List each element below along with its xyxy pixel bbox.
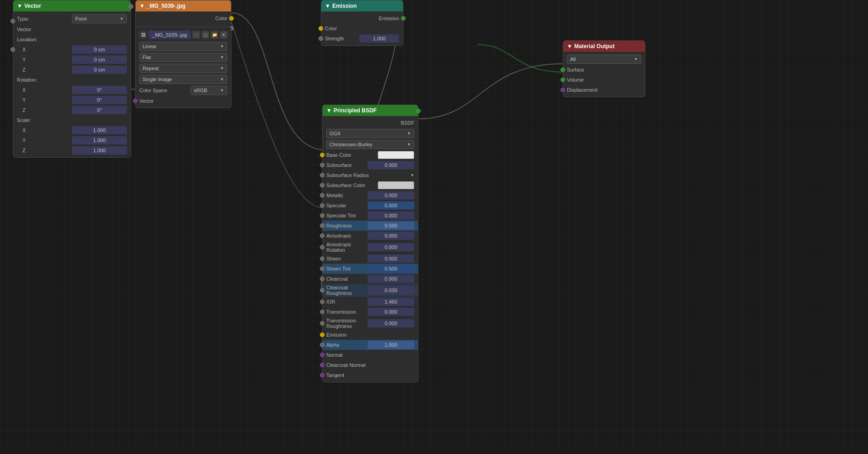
christensen-dropdown[interactable]: Christensen-Burley ▼ [326, 140, 414, 149]
vector-node: ▼ Vector Type: Point ▼ Vector Location: … [13, 0, 131, 158]
emission-strength-socket[interactable] [319, 36, 323, 41]
emission-collapse[interactable]: ▼ [325, 3, 330, 9]
volume-socket[interactable] [560, 78, 565, 82]
loc-y-value[interactable]: 0 cm [72, 55, 127, 64]
subsurface-color-label: Subsurface Color [326, 183, 378, 188]
roughness-row: Roughness 0.500 [323, 221, 418, 231]
linear-dropdown[interactable]: Linear ▼ [139, 42, 227, 51]
copy-icon[interactable]: ◻ [202, 31, 209, 39]
clearcoat-normal-socket[interactable] [320, 363, 324, 367]
emission-output-socket[interactable] [401, 16, 406, 21]
rot-z-value[interactable]: 0° [72, 106, 127, 114]
roughness-socket[interactable] [320, 223, 324, 228]
clearcoat-roughness-value[interactable]: 0.030 [368, 286, 414, 294]
specular-tint-socket[interactable] [320, 213, 324, 218]
alpha-value[interactable]: 1.000 [368, 341, 414, 349]
sheen-tint-value[interactable]: 0.500 [368, 265, 414, 273]
scale-y-row: Y 1.000 [13, 135, 131, 145]
rot-x-value[interactable]: 0° [72, 86, 127, 94]
scale-x-value[interactable]: 1.000 [72, 126, 127, 134]
vector-node-body: Type: Point ▼ Vector Location: X 0 cm Y … [13, 11, 131, 157]
type-label: Type: [17, 16, 72, 22]
metallic-socket[interactable] [320, 193, 324, 198]
sheen-tint-socket[interactable] [320, 266, 324, 271]
anisotropic-rotation-socket[interactable] [320, 245, 324, 249]
metallic-value[interactable]: 0.000 [368, 191, 414, 199]
anisotropic-value[interactable]: 0.000 [368, 232, 414, 240]
preview-icon[interactable]: 🖼 [139, 31, 147, 39]
transmission-roughness-value[interactable]: 0.000 [368, 319, 414, 327]
specular-socket[interactable] [320, 203, 324, 208]
surface-socket[interactable] [560, 67, 565, 72]
type-dropdown[interactable]: Point ▼ [72, 14, 127, 23]
material-output-title: Material Output [574, 43, 615, 50]
ior-socket[interactable] [320, 299, 324, 304]
emission-color-socket[interactable] [319, 26, 323, 31]
sheen-socket[interactable] [320, 256, 324, 261]
clearcoat-value[interactable]: 0.000 [368, 275, 414, 283]
transmission-roughness-socket[interactable] [320, 321, 324, 326]
image-texture-inner-node: 🖼 _MG_5039-.jpg ⋯ ◻ 📁 ✕ Linear ▼ Flat ▼ [135, 27, 231, 108]
clearcoat-roughness-socket[interactable] [320, 288, 324, 293]
scale-z-value[interactable]: 1.000 [72, 146, 127, 155]
displacement-socket[interactable] [560, 88, 565, 92]
sheen-value[interactable]: 0.000 [368, 255, 414, 263]
base-color-socket[interactable] [320, 153, 324, 157]
emission-strength-value[interactable]: 1.000 [359, 34, 399, 43]
loc-z-value[interactable]: 0 cm [72, 66, 127, 74]
subsurface-radius-socket[interactable] [320, 173, 324, 177]
alpha-socket[interactable] [320, 343, 324, 347]
flat-dropdown[interactable]: Flat ▼ [139, 53, 227, 62]
close-icon[interactable]: ✕ [220, 31, 227, 39]
filename-field[interactable]: _MG_5039-.jpg [148, 31, 191, 39]
surface-label: Surface [567, 67, 641, 72]
color-space-dropdown[interactable]: sRGB ▼ [191, 86, 227, 95]
browse-icon[interactable]: ⋯ [192, 31, 200, 39]
location-label: Location: [17, 37, 127, 42]
subsurface-color-swatch[interactable] [378, 181, 414, 189]
specular-tint-value[interactable]: 0.000 [368, 211, 414, 220]
subsurface-value[interactable]: 0.000 [368, 161, 414, 169]
loc-x-socket[interactable] [11, 47, 15, 52]
loc-z-label: Z [22, 67, 72, 72]
bsdf-output-socket[interactable] [416, 109, 421, 113]
subsurface-color-socket[interactable] [320, 183, 324, 188]
image-tex-collapse[interactable]: ▼ [139, 3, 145, 9]
emission-input-socket[interactable] [320, 332, 324, 337]
clearcoat-socket[interactable] [320, 277, 324, 281]
roughness-value[interactable]: 0.500 [368, 221, 414, 230]
specular-value[interactable]: 0.500 [368, 201, 414, 210]
material-output-collapse[interactable]: ▼ [567, 43, 572, 50]
anisotropic-rotation-value[interactable]: 0.000 [368, 243, 414, 251]
vector-output-socket[interactable] [129, 4, 133, 9]
transmission-value[interactable]: 0.000 [368, 308, 414, 316]
scale-y-value[interactable]: 1.000 [72, 136, 127, 144]
ggx-dropdown[interactable]: GGX ▼ [326, 129, 414, 138]
color-output-socket[interactable] [229, 16, 234, 21]
anisotropic-socket[interactable] [320, 233, 324, 238]
scale-z-row: Z 1.000 [13, 145, 131, 155]
rotation-label-row: Rotation: [13, 75, 131, 85]
base-color-swatch[interactable] [378, 151, 414, 159]
vector-collapse-arrow[interactable]: ▼ [17, 3, 22, 9]
rot-y-value[interactable]: 0° [72, 96, 127, 104]
single-image-dropdown[interactable]: Single Image ▼ [139, 75, 227, 84]
rot-z-label: Z [22, 107, 72, 113]
image-tex-inner-body: 🖼 _MG_5039-.jpg ⋯ ◻ 📁 ✕ Linear ▼ Flat ▼ [136, 27, 231, 108]
single-image-row: Single Image ▼ [136, 74, 231, 85]
transmission-socket[interactable] [320, 310, 324, 314]
vector-in-socket[interactable] [133, 99, 137, 103]
emission-output-row: Emission [321, 13, 403, 23]
subsurface-socket[interactable] [320, 163, 324, 167]
loc-x-value[interactable]: 0 cm [72, 45, 127, 54]
principled-collapse[interactable]: ▼ [326, 107, 332, 114]
repeat-dropdown[interactable]: Repeat ▼ [139, 64, 227, 73]
normal-socket[interactable] [320, 353, 324, 357]
folder-icon[interactable]: 📁 [211, 31, 218, 39]
vector-input-row: Vector [136, 96, 231, 106]
vector-input-socket[interactable] [11, 19, 15, 23]
displacement-label: Displacement [567, 87, 641, 93]
all-dropdown[interactable]: All ▼ [567, 55, 641, 64]
tangent-socket[interactable] [320, 373, 324, 377]
ior-value[interactable]: 1.450 [368, 298, 414, 306]
